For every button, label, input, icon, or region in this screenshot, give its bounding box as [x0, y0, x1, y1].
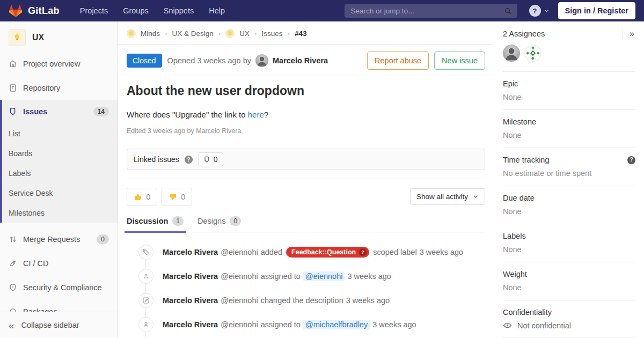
sidebar-item-milestones[interactable]: Milestones [2, 203, 118, 223]
sidebar-item-boards[interactable]: Boards [2, 143, 118, 163]
brand-name: GitLab [28, 5, 60, 17]
sidebar-block-labels[interactable]: Labels None [503, 224, 635, 262]
activity-author[interactable]: Marcelo Rivera [163, 296, 218, 305]
sidebar-item-merge-requests[interactable]: Merge Requests 0 [0, 227, 118, 251]
chevron-down-icon [473, 194, 479, 200]
sign-in-register-button[interactable]: Sign in / Register [558, 2, 635, 19]
gitlab-tanuki-icon [9, 4, 23, 18]
activity-handle: @eiennohi [221, 320, 258, 329]
help-menu[interactable]: ? [529, 5, 550, 17]
due-date-value: None [503, 207, 635, 216]
help-question-icon[interactable]: ? [627, 156, 635, 164]
nav-link-projects[interactable]: Projects [80, 6, 108, 15]
sidebar-block-epic[interactable]: Epic None [503, 72, 635, 110]
opened-text: Opened 3 weeks ago by [167, 56, 251, 65]
tab-designs[interactable]: Designs 0 [197, 216, 241, 232]
merge-request-icon [9, 235, 17, 244]
label-tag-icon [138, 245, 153, 260]
epic-label: Epic [503, 79, 635, 89]
search-icon [504, 7, 512, 15]
issue-header: Closed Opened 3 weeks ago by Marcelo Riv… [118, 45, 494, 76]
linked-issues-count-button[interactable]: 0 [198, 152, 223, 166]
project-avatar-lightbulb [9, 29, 26, 46]
sidebar-item-issues[interactable]: Issues 14 [2, 100, 118, 123]
activity-handle: @eiennohi [221, 248, 258, 256]
search-input[interactable] [350, 6, 504, 16]
tab-discussion[interactable]: Discussion 1 [127, 216, 184, 232]
sidebar-item-label: Issues [23, 107, 47, 116]
sidebar-item-ci-cd[interactable]: CI / CD [0, 251, 118, 275]
sidebar-item-security-compliance[interactable]: Security & Compliance [0, 275, 118, 299]
mention-link[interactable]: @eiennohi [303, 271, 345, 281]
sidebar-item-list[interactable]: List [2, 123, 118, 143]
activity-time: 3 weeks ago [372, 320, 416, 329]
chevron-down-icon [544, 8, 550, 14]
milestone-value: None [503, 130, 635, 140]
sidebar-item-project-overview[interactable]: Project overview [0, 52, 118, 76]
linked-issues-label: Linked issues [134, 155, 179, 164]
help-question-icon: ? [529, 5, 541, 17]
activity-handle: @eiennohi [221, 296, 258, 305]
issues-icon [9, 107, 17, 116]
breadcrumb-ux-design[interactable]: UX & Design [172, 30, 214, 38]
activity-action: assigned to [261, 320, 301, 329]
help-question-icon[interactable]: ? [185, 156, 193, 164]
nav-link-groups[interactable]: Groups [123, 6, 149, 15]
thumbs-up-button[interactable]: 0 [127, 188, 157, 205]
labels-label: Labels [503, 231, 635, 241]
nav-link-help[interactable]: Help [209, 6, 225, 15]
sidebar-issues-group: Issues 14 List Boards Labels Service Des… [0, 100, 118, 223]
assignee-avatar-identicon[interactable] [524, 45, 541, 62]
sidebar-block-milestone[interactable]: Milestone None [503, 110, 635, 148]
collapse-sidebar-button[interactable]: « Collapse sidebar [0, 312, 118, 338]
gitlab-logo[interactable]: GitLab [9, 4, 60, 18]
activity-author[interactable]: Marcelo Rivera [163, 248, 218, 256]
sidebar-item-labels[interactable]: Labels [2, 163, 118, 183]
scoped-label-text: Feedback::Question [291, 248, 356, 256]
milestone-label: Milestone [503, 117, 635, 127]
description-link-here[interactable]: here [248, 110, 264, 119]
breadcrumb-issues[interactable]: Issues [262, 30, 283, 38]
mention-link[interactable]: @michaelfbradley [303, 320, 370, 329]
scoped-label-feedback-question[interactable]: Feedback::Question ? [286, 247, 369, 258]
sidebar-item-service-desk[interactable]: Service Desk [2, 183, 118, 203]
breadcrumb-minds[interactable]: Minds [141, 30, 160, 38]
assignee-avatar-photo[interactable] [503, 45, 520, 62]
issue-page: Minds › UX & Design › UX › Issues › #43 … [118, 21, 494, 338]
activity-author[interactable]: Marcelo Rivera [163, 272, 218, 281]
sidebar-item-repository[interactable]: Repository [0, 76, 118, 100]
weight-value: None [503, 283, 635, 292]
thumbs-down-button[interactable]: 0 [162, 188, 192, 205]
breadcrumb-ux[interactable]: UX [239, 30, 250, 38]
report-abuse-button[interactable]: Report abuse [367, 52, 429, 70]
user-icon [138, 317, 153, 332]
collapse-right-sidebar-icon[interactable]: » [623, 28, 635, 39]
activity-filter-dropdown[interactable]: Show all activity [410, 188, 485, 205]
labels-value: None [503, 245, 635, 254]
sidebar-item-label: Project overview [23, 60, 80, 68]
breadcrumb-issue-number: #43 [295, 30, 307, 38]
shield-icon [9, 283, 17, 292]
new-issue-button[interactable]: New issue [434, 52, 485, 70]
activity-handle: @eiennohi [221, 272, 258, 281]
sidebar-block-confidentiality[interactable]: Confidentiality Not confidential [503, 300, 635, 338]
top-navbar: GitLab Projects Groups Snippets Help ? S… [0, 0, 644, 21]
edit-pencil-icon [138, 293, 153, 308]
author-name[interactable]: Marcelo Rivera [273, 56, 328, 65]
sidebar-block-time-tracking[interactable]: Time tracking ? No estimate or time spen… [503, 148, 635, 186]
activity-action: added [261, 248, 282, 256]
sidebar-block-due-date[interactable]: Due date None [503, 186, 635, 224]
global-search[interactable] [345, 4, 517, 18]
nav-link-snippets[interactable]: Snippets [164, 6, 194, 15]
edited-meta: Edited 3 weeks ago by Marcelo Rivera [127, 127, 485, 135]
description-text: Where does "Upgrade" the link to [127, 110, 246, 119]
activity-item-description-changed: Marcelo Rivera @eiennohi changed the des… [127, 288, 485, 312]
project-header[interactable]: UX [0, 21, 118, 52]
sidebar-block-weight[interactable]: Weight None [503, 262, 635, 300]
sidebar-item-label: Repository [23, 84, 60, 92]
navbar-links: Projects Groups Snippets Help [80, 6, 225, 15]
group-avatar-minds [127, 29, 136, 38]
author-avatar[interactable] [255, 54, 268, 67]
sidebar-item-label: Security & Compliance [23, 283, 102, 292]
activity-author[interactable]: Marcelo Rivera [163, 320, 218, 329]
